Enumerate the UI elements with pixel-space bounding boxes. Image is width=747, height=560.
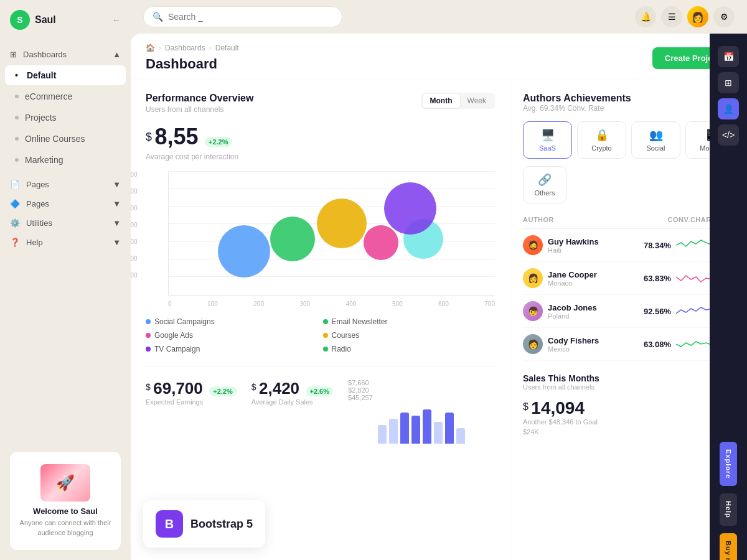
dashboards-icon: ⊞ (10, 50, 17, 59)
breadcrumb-current: Default (215, 44, 239, 52)
col-author: AUTHOR (523, 216, 668, 223)
chart-x-labels: 0 100 200 300 400 500 600 700 (146, 301, 495, 307)
toggle-week[interactable]: Week (460, 94, 494, 108)
welcome-card: 🚀 Welcome to Saul Anyone can connect wit… (10, 452, 121, 550)
author-details-guy: Guy Hawkins Haiti (548, 237, 599, 254)
dashboard-panels: Performance Overview Users from all chan… (131, 80, 747, 560)
main-stat-badge: +2.2% (205, 137, 232, 147)
legend-label-courses: Courses (332, 331, 360, 340)
author-name-jacob: Jacob Jones (548, 303, 597, 312)
sidebar-item-marketing[interactable]: Marketing (5, 150, 126, 170)
help-label[interactable]: Help (720, 493, 737, 526)
bar-values: $7,660 $2,820 $45,257 (348, 379, 373, 401)
bubble-social (218, 225, 270, 278)
utilities-chevron: ▼ (113, 218, 121, 228)
earnings-block: $ 69,700 +2.2% Expected Earnings (146, 379, 237, 444)
search-input[interactable] (168, 12, 333, 22)
dot-icon (15, 158, 19, 162)
authors-subtitle: Avg. 69.34% Conv. Rate (523, 104, 735, 113)
notifications-btn[interactable]: 🔔 (635, 6, 656, 27)
perf-header: Performance Overview Users from all chan… (146, 93, 495, 114)
author-info-jane: 👩 Jane Cooper Monaco (523, 268, 639, 288)
author-location-jane: Monaco (548, 279, 597, 287)
sidebar-item-online-courses[interactable]: Online Courses (5, 129, 126, 149)
nav-group-help[interactable]: ❓ Help ▼ (0, 233, 131, 252)
legend-radio: Radio (323, 345, 496, 353)
daily-sales-currency: $ (251, 382, 256, 392)
bar-4 (411, 416, 420, 444)
sales-value: 14,094 (531, 398, 585, 418)
author-location-cody: Mexico (548, 345, 599, 353)
back-icon[interactable]: ← (112, 15, 121, 25)
help-icon: ❓ (10, 238, 20, 247)
legend-label-tv: TV Campaign (154, 345, 200, 353)
cat-tab-saas[interactable]: 🖥️ SaaS (523, 121, 572, 159)
sales-subtitle: Users from all channels (523, 383, 735, 391)
avatar-guy: 🧔 (523, 235, 543, 255)
conv-rate-jacob: 92.56% (644, 307, 671, 316)
apps-chevron: ▼ (113, 199, 121, 208)
sales-y-labels: $24K $20.5K (523, 428, 735, 436)
user-avatar[interactable]: 👩 (687, 6, 708, 27)
cat-tab-social[interactable]: 👥 Social (631, 121, 680, 159)
profile-overlay-btn[interactable]: 👤 (718, 98, 739, 119)
sidebar-item-projects[interactable]: Projects (5, 108, 126, 128)
saas-label: SaaS (539, 144, 556, 152)
code-btn[interactable]: </> (718, 124, 739, 146)
sidebar-item-default[interactable]: Default (5, 65, 126, 85)
astronaut-illustration: 🚀 (40, 464, 90, 502)
marketing-label: Marketing (25, 155, 63, 165)
sidebar: S Saul ← ⊞ Dashboards ▲ Default eCommerc… (0, 0, 131, 560)
chart-legend: Social Campaigns Email Newsletter Google… (146, 317, 495, 353)
legend-email: Email Newsletter (323, 317, 496, 326)
toggle-month[interactable]: Month (423, 94, 460, 108)
saas-icon: 🖥️ (541, 128, 555, 142)
online-courses-label: Online Courses (25, 134, 85, 144)
settings-btn[interactable]: ⚙ (713, 6, 735, 27)
author-location-guy: Haiti (548, 246, 599, 254)
nav-group-dashboards[interactable]: ⊞ Dashboards ▲ (0, 45, 131, 64)
explore-label[interactable]: Explore (720, 442, 737, 486)
help-chevron: ▼ (113, 238, 121, 247)
sparkline-guy (676, 238, 713, 253)
cat-tab-others[interactable]: 🔗 Others (523, 166, 566, 203)
legend-google: Google Ads (146, 331, 318, 340)
author-name-cody: Cody Fishers (548, 336, 599, 345)
author-details-cody: Cody Fishers Mexico (548, 336, 599, 353)
breadcrumb: 🏠 › Dashboards › Default (146, 44, 239, 52)
menu-btn[interactable]: ☰ (661, 6, 682, 27)
author-row-guy: 🧔 Guy Hawkins Haiti 78.34% → (523, 229, 735, 262)
bubble-chart (168, 171, 495, 296)
daily-sales-badge: +2.6% (306, 386, 334, 396)
author-name-guy: Guy Hawkins (548, 237, 599, 246)
legend-dot-social (146, 319, 151, 324)
cat-tab-crypto[interactable]: 🔒 Crypto (577, 121, 626, 159)
earnings-stat: $ 69,700 +2.2% (146, 379, 237, 398)
topbar-right: 🔔 ☰ 👩 ⚙ (635, 6, 735, 27)
bar-5 (423, 409, 431, 444)
breadcrumb-dashboards[interactable]: Dashboards (165, 44, 205, 52)
authors-table-header: AUTHOR CONV. CHART VIEW (523, 213, 735, 229)
conv-rate-jane: 63.83% (644, 274, 671, 283)
avatar-cody: 🧑 (523, 334, 543, 354)
nav-group-pages[interactable]: 📄 Pages ▼ (0, 175, 131, 194)
bubble-courses (384, 182, 436, 235)
sidebar-item-ecommerce[interactable]: eCommerce (5, 86, 126, 106)
main-stat: $ 8,55 +2.2% (146, 124, 495, 150)
author-details-jacob: Jacob Jones Poland (548, 303, 597, 320)
social-label: Social (647, 144, 665, 152)
legend-dot-courses (323, 333, 328, 338)
main-stat-value: 8,55 (154, 124, 198, 149)
author-row-jane: 👩 Jane Cooper Monaco 63.83% → (523, 262, 735, 295)
legend-courses: Courses (323, 331, 496, 340)
search-box[interactable]: 🔍 (143, 6, 342, 27)
bar-chart-wrapper: $7,660 $2,820 $45,257 (348, 379, 495, 444)
author-info-cody: 🧑 Cody Fishers Mexico (523, 334, 639, 354)
buy-label[interactable]: Buy now (720, 533, 737, 560)
nav-group-apps[interactable]: 🔷 Pages ▼ (0, 194, 131, 213)
notifications-overlay-btn[interactable]: ⊞ (718, 80, 739, 93)
crypto-label: Crypto (591, 144, 611, 152)
nav-group-utilities[interactable]: ⚙️ Utilities ▼ (0, 213, 131, 233)
dot-icon (15, 95, 19, 98)
dot-icon (15, 116, 19, 119)
